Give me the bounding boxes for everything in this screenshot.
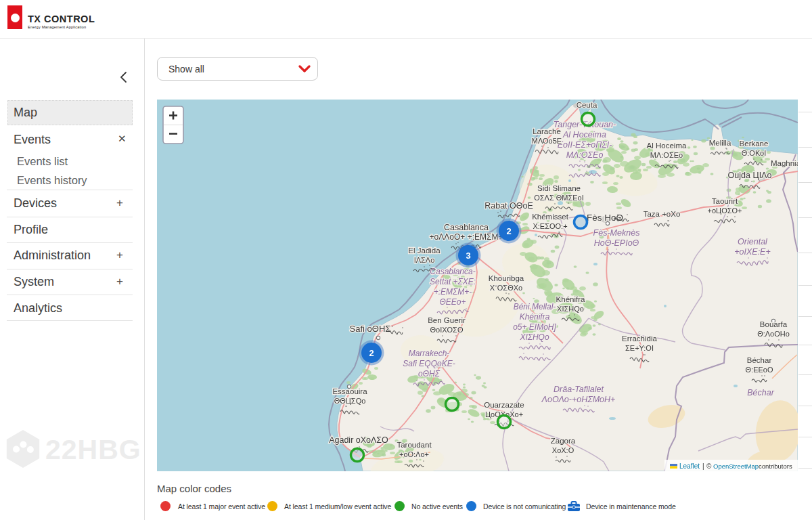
svg-text:+οΛΛοΟ+ +:ΕΜΣΜ+: +οΛΛοΟ+ +:ΕΜΣΜ+ bbox=[430, 232, 503, 242]
svg-text:©: © bbox=[706, 462, 712, 470]
svg-text:ο5+ ΕΙΜοΗ]: ο5+ ΕΙΜοΗ] bbox=[513, 322, 556, 332]
svg-text:Al Hoceima: Al Hoceima bbox=[647, 142, 687, 150]
svg-text:Bouarfa: Bouarfa bbox=[760, 320, 788, 328]
svg-text:οΘΗΣ: οΘΗΣ bbox=[418, 369, 441, 378]
svg-text:Béchar: Béchar bbox=[747, 356, 772, 364]
svg-text:Θ:ΕΕοΟ: Θ:ΕΕοΟ bbox=[746, 366, 773, 374]
svg-text:Khénifra: Khénifra bbox=[556, 295, 585, 303]
svg-text:Al Hoceima: Al Hoceima bbox=[562, 130, 606, 139]
svg-text:|: | bbox=[702, 462, 704, 470]
svg-text:Fès ΗοΘ: Fès ΗοΘ bbox=[587, 213, 623, 223]
svg-text:ΜΛΟο5Ε: ΜΛΟο5Ε bbox=[532, 137, 562, 145]
svg-text:Khouribga: Khouribga bbox=[489, 274, 524, 282]
svg-text:Khénifra: Khénifra bbox=[520, 312, 550, 322]
svg-text:ΕοΙΙ-ΕΣ+οΠΣΙ-: ΕοΙΙ-ΕΣ+οΠΣΙ- bbox=[558, 140, 612, 150]
svg-text:Casablanca-: Casablanca- bbox=[430, 267, 475, 276]
svg-text:ΜΛ:ΟΣΕο: ΜΛ:ΟΣΕο bbox=[566, 150, 604, 160]
svg-text:Ben Guerir: Ben Guerir bbox=[428, 316, 466, 324]
svg-text:Agadir οΧοΛΣΟ: Agadir οΧοΛΣΟ bbox=[329, 435, 388, 445]
svg-text:Taourirt: Taourirt bbox=[712, 197, 738, 205]
svg-text:Marrakech-: Marrakech- bbox=[409, 349, 450, 358]
svg-text:Ceuta: Ceuta bbox=[577, 101, 597, 109]
svg-text:2: 2 bbox=[369, 348, 374, 358]
svg-text:+οΟ:Λο+: +οΟ:Λο+ bbox=[399, 450, 429, 458]
svg-text:Berkane: Berkane bbox=[740, 139, 769, 148]
svg-text:Sidi Slimane: Sidi Slimane bbox=[537, 184, 581, 192]
svg-text:Settat +ΣΧΕ:: Settat +ΣΧΕ: bbox=[430, 277, 476, 286]
svg-text:+οΙΧΕ:Ε+: +οΙΧΕ:Ε+ bbox=[734, 247, 771, 257]
svg-text:Ouarzazate: Ouarzazate bbox=[484, 401, 524, 409]
svg-text:contributors: contributors bbox=[759, 462, 792, 470]
svg-text:2: 2 bbox=[506, 226, 511, 236]
svg-text:Larache: Larache bbox=[533, 127, 561, 135]
svg-text:ΘοΙΧΟΣΟ: ΘοΙΧΟΣΟ bbox=[430, 326, 464, 334]
svg-text:ΣΕ+Υ:ΟΙ: ΣΕ+Υ:ΟΙ bbox=[625, 344, 654, 352]
svg-text:ΛοΟΛο-+οΗΣΜοΗ+: ΛοΟΛο-+οΗΣΜοΗ+ bbox=[541, 395, 616, 404]
svg-text:Drâa-Tafilalet: Drâa-Tafilalet bbox=[554, 385, 604, 394]
svg-text:Rabat ΟΘοΕ: Rabat ΟΘοΕ bbox=[484, 201, 533, 211]
svg-text:Fès-Meknès: Fès-Meknès bbox=[593, 228, 640, 238]
svg-text:ΧοΧ:Ο: ΧοΧ:Ο bbox=[552, 446, 574, 454]
svg-text:Errachidia: Errachidia bbox=[622, 334, 657, 343]
svg-text:ΘΘЦΣQο: ΘΘЦΣQο bbox=[334, 397, 366, 405]
svg-text:ΗοΘ-ΕΡΙοΘ: ΗοΘ-ΕΡΙοΘ bbox=[594, 238, 639, 248]
svg-text:Khémisset: Khémisset bbox=[532, 213, 568, 221]
svg-text:Melilla: Melilla bbox=[709, 139, 731, 147]
svg-text:Béchar: Béchar bbox=[747, 388, 774, 397]
svg-text:ΙΛΣΛο: ΙΛΣΛο bbox=[414, 256, 435, 264]
svg-text:Casablanca: Casablanca bbox=[444, 223, 489, 232]
svg-text:Oujda ЦΙΛο: Oujda ЦΙΛο bbox=[728, 171, 772, 180]
svg-text:Essaouira: Essaouira bbox=[332, 387, 367, 395]
svg-text:Oriental: Oriental bbox=[738, 237, 768, 246]
svg-text:+οЦΟΣΟ+: +οЦΟΣΟ+ bbox=[707, 207, 742, 215]
svg-text:Leaflet: Leaflet bbox=[679, 462, 700, 470]
svg-text:Taroudant: Taroudant bbox=[397, 441, 432, 449]
svg-text:Béni Mellal-: Béni Mellal- bbox=[514, 302, 556, 311]
svg-text:Taza +οΧο: Taza +οΧο bbox=[644, 210, 681, 218]
svg-text:Θ:ΛοΟΗο: Θ:ΛοΟΗο bbox=[757, 330, 790, 338]
svg-text:Zagora: Zagora bbox=[551, 437, 576, 445]
svg-text:Safi οΘΗΣ: Safi οΘΗΣ bbox=[350, 324, 391, 334]
svg-text:Χ:ΕΣΟΟ:+: Χ:ΕΣΟΟ:+ bbox=[533, 222, 567, 230]
svg-text:3: 3 bbox=[466, 251, 470, 261]
svg-text:ΧΙΣΗQο: ΧΙΣΗQο bbox=[557, 305, 584, 313]
svg-text:OpenStreetMap: OpenStreetMap bbox=[713, 462, 759, 470]
svg-text:ΘΕΕο+: ΘΕΕο+ bbox=[439, 297, 466, 307]
svg-text:Θ:ΟΚοΙ: Θ:ΟΚοΙ bbox=[742, 149, 767, 157]
svg-text:ΧΙΣΗQο: ΧΙΣΗQο bbox=[519, 332, 549, 342]
svg-text:El Jadida: El Jadida bbox=[408, 246, 441, 255]
svg-text:ΟΣΛΣ ΘΜΣΕοΙ: ΟΣΛΣ ΘΜΣΕοΙ bbox=[534, 194, 584, 202]
svg-text:+:ΕΜΣΜ+-: +:ΕΜΣΜ+- bbox=[434, 287, 472, 297]
svg-text:Maghnia: Maghnia bbox=[771, 159, 798, 167]
svg-text:Χ˘ΟΣΘΧο: Χ˘ΟΣΘΧο bbox=[490, 284, 522, 292]
svg-text:Safi ΕQQοΚΕ-: Safi ΕQQοΚΕ- bbox=[403, 359, 455, 368]
svg-text:ΜΛ:ΟΣΕο: ΜΛ:ΟΣΕο bbox=[650, 151, 683, 159]
